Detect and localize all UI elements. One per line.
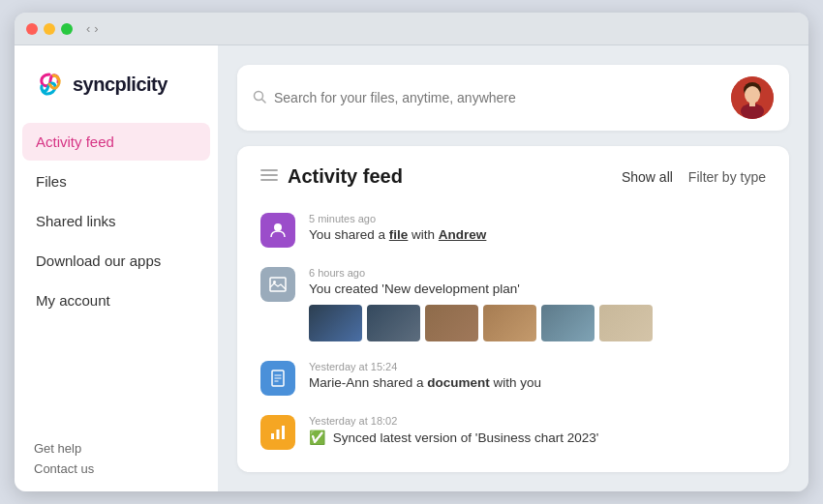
nav-items: Activity feed Files Shared links Downloa… [15, 123, 218, 426]
activity-item: 6 hours ago You created 'New development… [260, 259, 766, 349]
photo-thumb [599, 305, 653, 341]
activity-text: ✅ Synced latest version of 'Business cha… [309, 429, 766, 448]
activity-icon-doc [260, 361, 295, 396]
activity-list: 5 minutes ago You shared a file with And… [260, 205, 766, 458]
svg-rect-18 [271, 433, 274, 439]
search-input[interactable] [274, 90, 564, 105]
logo-area: syncplicity [15, 61, 218, 123]
title-bar: ‹ › [15, 13, 808, 45]
minimize-button[interactable] [44, 23, 55, 35]
app-window: ‹ › syncplicity Activity feed [15, 13, 808, 491]
forward-arrow-icon[interactable]: › [94, 21, 98, 36]
activity-icon-person [260, 213, 295, 248]
activity-text: Marie-Ann shared a document with you [309, 374, 766, 393]
svg-rect-19 [277, 430, 280, 439]
card-header: Activity feed Show all Filter by type [260, 165, 766, 188]
activity-item: Yesterday at 18:02 ✅ Synced latest versi… [260, 407, 766, 458]
svg-line-2 [262, 99, 266, 103]
content-area: syncplicity Activity feed Files Shared l… [15, 45, 808, 491]
logo-text: syncplicity [73, 74, 168, 96]
activity-text: You shared a file with Andrew [309, 226, 766, 245]
card-title: Activity feed [288, 165, 403, 188]
back-arrow-icon[interactable]: ‹ [86, 21, 90, 36]
svg-point-13 [273, 281, 276, 283]
photo-thumb [541, 305, 594, 341]
get-help-link[interactable]: Get help [34, 441, 198, 456]
activity-time: 5 minutes ago [309, 213, 766, 224]
activity-content: Yesterday at 15:24 Marie-Ann shared a do… [309, 361, 766, 393]
filter-by-type-button[interactable]: Filter by type [688, 169, 766, 185]
sidebar-item-files[interactable]: Files [22, 163, 210, 200]
photo-thumb [425, 305, 478, 341]
activity-text: You created 'New development plan' [309, 281, 766, 299]
nav-arrows: ‹ › [86, 21, 99, 36]
sidebar-item-my-account[interactable]: My account [22, 282, 210, 319]
sidebar-footer: Get help Contact us [15, 426, 218, 491]
sync-check-icon: ✅ [309, 430, 325, 445]
photo-thumb [367, 305, 420, 341]
activity-item: Yesterday at 15:24 Marie-Ann shared a do… [260, 353, 766, 403]
search-inner [253, 90, 731, 106]
andrew-link[interactable]: Andrew [439, 227, 487, 242]
svg-rect-7 [749, 102, 755, 106]
photo-thumb [309, 305, 362, 341]
show-all-button[interactable]: Show all [622, 169, 673, 185]
sidebar: syncplicity Activity feed Files Shared l… [15, 45, 218, 491]
activity-feed-card: Activity feed Show all Filter by type [237, 146, 789, 472]
activity-item: 5 minutes ago You shared a file with And… [260, 205, 766, 255]
card-title-group: Activity feed [260, 165, 622, 188]
svg-rect-20 [282, 426, 285, 439]
contact-us-link[interactable]: Contact us [34, 461, 198, 476]
activity-icon-image [260, 267, 295, 302]
document-bold: document [427, 375, 490, 390]
activity-content: Yesterday at 18:02 ✅ Synced latest versi… [309, 415, 766, 448]
photo-thumb [483, 305, 536, 341]
main-content: Activity feed Show all Filter by type [218, 45, 808, 491]
activity-time: Yesterday at 15:24 [309, 361, 766, 372]
activity-content-photos: 6 hours ago You created 'New development… [309, 267, 766, 341]
card-actions: Show all Filter by type [622, 169, 766, 185]
close-button[interactable] [26, 23, 38, 35]
activity-content: 5 minutes ago You shared a file with And… [309, 213, 766, 245]
activity-time: 6 hours ago [309, 267, 766, 279]
list-icon [260, 168, 278, 186]
maximize-button[interactable] [61, 23, 73, 35]
user-avatar[interactable] [731, 76, 774, 119]
photo-thumbnails [309, 305, 766, 341]
sidebar-item-activity-feed[interactable]: Activity feed [22, 123, 210, 161]
search-icon [253, 90, 266, 106]
svg-point-5 [745, 86, 760, 104]
logo-icon [34, 69, 65, 100]
sidebar-item-shared-links[interactable]: Shared links [22, 202, 210, 240]
activity-time: Yesterday at 18:02 [309, 415, 766, 427]
sidebar-item-download-apps[interactable]: Download our apps [22, 242, 210, 280]
svg-point-11 [274, 223, 282, 231]
file-link[interactable]: file [389, 227, 409, 242]
activity-icon-chart [260, 415, 295, 450]
search-bar-wrapper [237, 65, 789, 131]
